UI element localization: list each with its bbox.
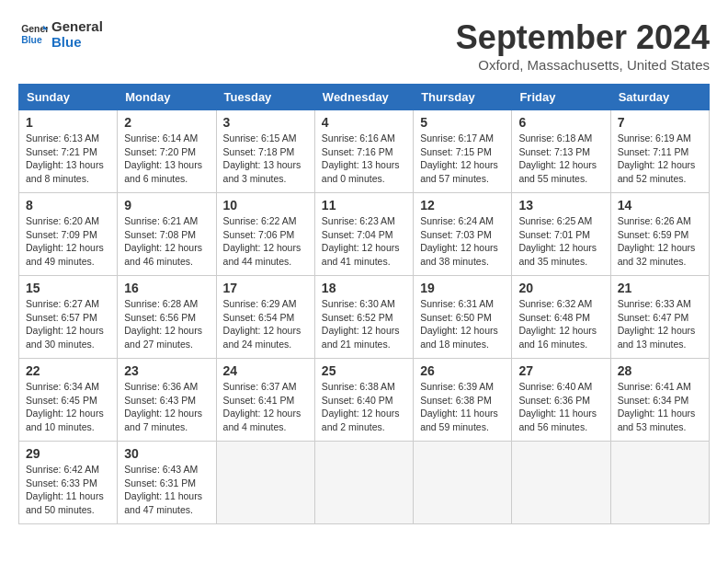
day-number: 5	[420, 115, 505, 130]
day-info: Sunrise: 6:37 AM Sunset: 6:41 PM Dayligh…	[223, 380, 308, 434]
day-info: Sunrise: 6:16 AM Sunset: 7:16 PM Dayligh…	[322, 132, 406, 186]
day-number: 16	[124, 281, 209, 295]
day-cell	[610, 442, 709, 524]
day-info: Sunrise: 6:38 AM Sunset: 6:40 PM Dayligh…	[322, 380, 406, 434]
day-cell: 29Sunrise: 6:42 AM Sunset: 6:33 PM Dayli…	[19, 442, 118, 524]
day-number: 20	[518, 281, 603, 295]
day-info: Sunrise: 6:24 AM Sunset: 7:03 PM Dayligh…	[420, 214, 505, 269]
header-row: SundayMondayTuesdayWednesdayThursdayFrid…	[19, 85, 710, 110]
day-info: Sunrise: 6:26 AM Sunset: 6:59 PM Dayligh…	[618, 214, 702, 269]
day-info: Sunrise: 6:33 AM Sunset: 6:47 PM Dayligh…	[618, 297, 702, 351]
day-cell: 5Sunrise: 6:17 AM Sunset: 7:15 PM Daylig…	[414, 110, 512, 193]
day-info: Sunrise: 6:17 AM Sunset: 7:15 PM Dayligh…	[420, 132, 505, 186]
day-info: Sunrise: 6:15 AM Sunset: 7:18 PM Dayligh…	[223, 132, 308, 186]
day-cell: 26Sunrise: 6:39 AM Sunset: 6:38 PM Dayli…	[414, 359, 512, 442]
day-cell: 24Sunrise: 6:37 AM Sunset: 6:41 PM Dayli…	[216, 359, 314, 442]
week-row-5: 29Sunrise: 6:42 AM Sunset: 6:33 PM Dayli…	[19, 442, 710, 524]
day-cell: 28Sunrise: 6:41 AM Sunset: 6:34 PM Dayli…	[610, 359, 709, 442]
day-info: Sunrise: 6:32 AM Sunset: 6:48 PM Dayligh…	[518, 297, 603, 351]
week-row-4: 22Sunrise: 6:34 AM Sunset: 6:45 PM Dayli…	[19, 359, 710, 442]
header-friday: Friday	[512, 85, 610, 110]
day-cell: 13Sunrise: 6:25 AM Sunset: 7:01 PM Dayli…	[512, 193, 610, 276]
day-number: 29	[26, 446, 110, 461]
day-cell: 9Sunrise: 6:21 AM Sunset: 7:08 PM Daylig…	[118, 193, 216, 276]
day-number: 25	[322, 363, 406, 378]
header-saturday: Saturday	[610, 85, 709, 110]
day-number: 14	[618, 198, 702, 213]
day-cell: 20Sunrise: 6:32 AM Sunset: 6:48 PM Dayli…	[512, 276, 610, 359]
day-info: Sunrise: 6:14 AM Sunset: 7:20 PM Dayligh…	[124, 132, 209, 186]
day-number: 19	[420, 281, 505, 295]
day-cell: 11Sunrise: 6:23 AM Sunset: 7:04 PM Dayli…	[314, 193, 413, 276]
day-cell	[512, 442, 610, 524]
day-number: 26	[420, 363, 505, 378]
day-cell: 3Sunrise: 6:15 AM Sunset: 7:18 PM Daylig…	[216, 110, 314, 193]
day-number: 7	[618, 115, 702, 130]
title-block: September 2024 Oxford, Massachusetts, Un…	[456, 18, 710, 73]
logo-icon: General Blue	[18, 19, 48, 49]
day-cell: 18Sunrise: 6:30 AM Sunset: 6:52 PM Dayli…	[314, 276, 413, 359]
day-info: Sunrise: 6:21 AM Sunset: 7:08 PM Dayligh…	[124, 214, 209, 269]
day-info: Sunrise: 6:43 AM Sunset: 6:31 PM Dayligh…	[124, 463, 209, 517]
week-row-1: 1Sunrise: 6:13 AM Sunset: 7:21 PM Daylig…	[19, 110, 710, 193]
day-info: Sunrise: 6:18 AM Sunset: 7:13 PM Dayligh…	[518, 132, 603, 186]
day-info: Sunrise: 6:40 AM Sunset: 6:36 PM Dayligh…	[518, 380, 603, 434]
day-cell: 15Sunrise: 6:27 AM Sunset: 6:57 PM Dayli…	[19, 276, 118, 359]
day-cell: 4Sunrise: 6:16 AM Sunset: 7:16 PM Daylig…	[314, 110, 413, 193]
day-info: Sunrise: 6:39 AM Sunset: 6:38 PM Dayligh…	[420, 380, 505, 434]
day-cell: 17Sunrise: 6:29 AM Sunset: 6:54 PM Dayli…	[216, 276, 314, 359]
header-monday: Monday	[118, 85, 216, 110]
day-number: 24	[223, 363, 308, 378]
day-number: 12	[420, 198, 505, 213]
day-cell: 8Sunrise: 6:20 AM Sunset: 7:09 PM Daylig…	[19, 193, 118, 276]
day-cell: 1Sunrise: 6:13 AM Sunset: 7:21 PM Daylig…	[19, 110, 118, 193]
location: Oxford, Massachusetts, United States	[456, 57, 710, 73]
day-cell: 25Sunrise: 6:38 AM Sunset: 6:40 PM Dayli…	[314, 359, 413, 442]
day-number: 15	[26, 281, 110, 295]
logo-text-general: General	[51, 18, 103, 34]
day-cell: 10Sunrise: 6:22 AM Sunset: 7:06 PM Dayli…	[216, 193, 314, 276]
day-cell: 2Sunrise: 6:14 AM Sunset: 7:20 PM Daylig…	[118, 110, 216, 193]
day-cell: 30Sunrise: 6:43 AM Sunset: 6:31 PM Dayli…	[118, 442, 216, 524]
day-cell: 19Sunrise: 6:31 AM Sunset: 6:50 PM Dayli…	[414, 276, 512, 359]
day-number: 3	[223, 115, 308, 130]
day-number: 17	[223, 281, 308, 295]
day-cell: 16Sunrise: 6:28 AM Sunset: 6:56 PM Dayli…	[118, 276, 216, 359]
logo: General Blue General Blue	[18, 18, 103, 51]
day-number: 30	[124, 446, 209, 461]
day-cell: 21Sunrise: 6:33 AM Sunset: 6:47 PM Dayli…	[610, 276, 709, 359]
day-cell: 6Sunrise: 6:18 AM Sunset: 7:13 PM Daylig…	[512, 110, 610, 193]
logo-text-blue: Blue	[51, 34, 103, 50]
day-info: Sunrise: 6:34 AM Sunset: 6:45 PM Dayligh…	[26, 380, 110, 434]
day-number: 28	[618, 363, 702, 378]
day-number: 13	[518, 198, 603, 213]
day-cell	[414, 442, 512, 524]
day-info: Sunrise: 6:19 AM Sunset: 7:11 PM Dayligh…	[618, 132, 702, 186]
day-number: 9	[124, 198, 209, 213]
week-row-2: 8Sunrise: 6:20 AM Sunset: 7:09 PM Daylig…	[19, 193, 710, 276]
header-wednesday: Wednesday	[314, 85, 413, 110]
day-info: Sunrise: 6:13 AM Sunset: 7:21 PM Dayligh…	[26, 132, 110, 186]
day-number: 8	[26, 198, 110, 213]
month-title: September 2024	[456, 18, 710, 57]
day-cell	[314, 442, 413, 524]
day-info: Sunrise: 6:31 AM Sunset: 6:50 PM Dayligh…	[420, 297, 505, 351]
day-info: Sunrise: 6:28 AM Sunset: 6:56 PM Dayligh…	[124, 297, 209, 351]
day-info: Sunrise: 6:41 AM Sunset: 6:34 PM Dayligh…	[618, 380, 702, 434]
day-cell: 23Sunrise: 6:36 AM Sunset: 6:43 PM Dayli…	[118, 359, 216, 442]
day-info: Sunrise: 6:36 AM Sunset: 6:43 PM Dayligh…	[124, 380, 209, 434]
header-thursday: Thursday	[414, 85, 512, 110]
day-info: Sunrise: 6:29 AM Sunset: 6:54 PM Dayligh…	[223, 297, 308, 351]
day-number: 18	[322, 281, 406, 295]
header: General Blue General Blue September 2024…	[18, 18, 710, 73]
day-number: 27	[518, 363, 603, 378]
day-cell: 12Sunrise: 6:24 AM Sunset: 7:03 PM Dayli…	[414, 193, 512, 276]
day-info: Sunrise: 6:25 AM Sunset: 7:01 PM Dayligh…	[518, 214, 603, 269]
day-cell	[216, 442, 314, 524]
day-number: 23	[124, 363, 209, 378]
day-info: Sunrise: 6:42 AM Sunset: 6:33 PM Dayligh…	[26, 463, 110, 517]
day-cell: 7Sunrise: 6:19 AM Sunset: 7:11 PM Daylig…	[610, 110, 709, 193]
day-info: Sunrise: 6:22 AM Sunset: 7:06 PM Dayligh…	[223, 214, 308, 269]
day-number: 10	[223, 198, 308, 213]
day-number: 22	[26, 363, 110, 378]
